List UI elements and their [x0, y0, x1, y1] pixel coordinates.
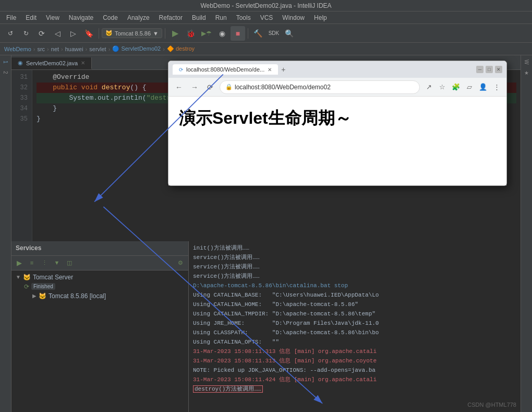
menu-analyze[interactable]: Analyze — [123, 13, 154, 22]
tomcat-server-tree-item[interactable]: ▼ 🐱 Tomcat Server — [11, 273, 188, 282]
browser-active-tab[interactable]: ⟳ localhost:8080/WebDemo/de... ✕ — [173, 64, 278, 75]
window-title: WebDemo - ServletDemo02.java - IntelliJ … — [200, 2, 331, 9]
breadcrumb-project[interactable]: WebDemo — [4, 46, 31, 52]
run-with-coverage-button[interactable]: ▶☂ — [199, 26, 214, 41]
services-diff-button[interactable]: ◫ — [64, 257, 75, 268]
browser-maximize-button[interactable]: □ — [486, 66, 493, 73]
dropdown-icon: ▼ — [153, 30, 159, 37]
breadcrumb-class[interactable]: 🔵 ServletDemo02 — [112, 45, 161, 52]
services-panel: Services ▶ ≡ ⋮ ▼ ◫ ⚙ ▼ — [11, 241, 189, 413]
console-line-destroy: destroy()方法被调用…… — [193, 384, 516, 394]
menu-vcs[interactable]: VCS — [256, 13, 277, 22]
editor-tab-servletdemo02[interactable]: ◉ ServletDemo02.java ✕ — [11, 57, 92, 69]
profile-button[interactable]: ◉ — [215, 26, 229, 41]
toolbar-bookmark[interactable]: 🔖 — [81, 26, 96, 41]
browser-new-tab-button[interactable]: + — [281, 65, 285, 74]
browser-close-button[interactable]: ✕ — [495, 66, 502, 73]
breadcrumb-method[interactable]: 🔶 destroy — [167, 45, 195, 52]
structure-tool-button[interactable]: 2 — [1, 68, 10, 77]
sdk-button[interactable]: SDK — [267, 26, 281, 41]
menu-navigate[interactable]: Navigate — [65, 13, 98, 22]
browser-titlebar: ⟳ localhost:8080/WebDemo/de... ✕ + ─ □ ✕ — [168, 61, 506, 78]
tree-expand-arrow: ▼ — [16, 274, 21, 280]
menu-edit[interactable]: Edit — [21, 13, 41, 22]
favorites-tool-button[interactable]: ★ — [522, 68, 531, 77]
console-line-red-3: 31-Mar-2023 15:08:11.424 信息 [main] org.a… — [193, 375, 516, 384]
menu-window[interactable]: Window — [278, 13, 309, 22]
console-line-3: service()方法被调用…… — [193, 262, 516, 272]
browser-share-button[interactable]: ↗ — [423, 81, 434, 93]
main-layout: 1 2 ◉ ServletDemo02.java ✕ 31 32 33 34 — [0, 55, 532, 412]
breadcrumb-huawei[interactable]: huawei — [65, 46, 83, 52]
title-bar: WebDemo - ServletDemo02.java - IntelliJ … — [0, 0, 532, 11]
browser-extension-button[interactable]: 🧩 — [450, 81, 462, 93]
run-button[interactable]: ▶ — [168, 26, 183, 41]
browser-action-buttons: ↗ ☆ 🧩 ▱ 👤 ⋮ — [423, 81, 502, 93]
tomcat-version-label: Tomcat 8.5.86 — [115, 30, 151, 37]
menu-view[interactable]: View — [42, 13, 64, 22]
console-line-red-2: 31-Mar-2023 15:08:11.313 信息 [main] org.a… — [193, 356, 516, 366]
tomcat-instance-icon: 🐱 — [39, 292, 46, 300]
csdn-watermark: CSDN @HTML778 — [467, 402, 516, 408]
menu-file[interactable]: File — [2, 13, 20, 22]
menu-run[interactable]: Run — [211, 13, 231, 22]
tomcat-instance-tree-item[interactable]: ▶ 🐱 Tomcat 8.5.86 [local] — [11, 291, 188, 301]
console-line-catalina-home: Using CATALINA_HOME: "D:\apache-tomcat-8… — [193, 300, 516, 309]
tomcat-instance-label: Tomcat 8.5.86 [local] — [49, 292, 106, 300]
toolbar: ↺ ↻ ⟳ ◁ ▷ 🔖 🐱 Tomcat 8.5.86 ▼ ▶ 🐞 ▶☂ ◉ ■… — [0, 24, 532, 43]
bottom-area: Services ▶ ≡ ⋮ ▼ ◫ ⚙ ▼ — [11, 241, 521, 413]
search-everywhere-button[interactable]: 🔍 — [282, 26, 297, 41]
toolbar-forward[interactable]: ▷ — [66, 26, 80, 41]
browser-forward-button[interactable]: → — [188, 81, 201, 93]
toolbar-back[interactable]: ◁ — [50, 26, 65, 41]
services-panel-header: Services — [11, 241, 188, 256]
console-line-catalina-stop: D:\apache-tomcat-8.5.86\bin\catalina.bat… — [193, 281, 516, 290]
destroy-highlight: destroy()方法被调用…… — [193, 385, 263, 393]
services-label: Services — [16, 244, 41, 252]
console-line-catalina-opts: Using CATALINA_OPTS: "" — [193, 337, 516, 347]
services-tree: ▼ 🐱 Tomcat Server ⟳ Finished ▶ 🐱 — [11, 270, 188, 413]
run-configuration-selector[interactable]: 🐱 Tomcat 8.5.86 ▼ — [102, 28, 162, 38]
browser-tab-close-button[interactable]: ✕ — [268, 67, 272, 73]
menu-build[interactable]: Build — [188, 13, 210, 22]
browser-cast-button[interactable]: ▱ — [464, 81, 475, 93]
browser-profile-button[interactable]: 👤 — [477, 81, 489, 93]
breadcrumb: WebDemo › src › net › huawei › servlet ›… — [0, 43, 532, 55]
console-line-jre-home: Using JRE_HOME: "D:\Program Files\Java\j… — [193, 319, 516, 328]
browser-url-text: localhost:8080/WebDemo/demo02 — [235, 84, 331, 91]
breadcrumb-servlet[interactable]: servlet — [89, 46, 106, 52]
breadcrumb-net[interactable]: net — [51, 46, 59, 52]
services-settings-button[interactable]: ⚙ — [175, 257, 186, 268]
finished-tree-item[interactable]: ⟳ Finished — [11, 282, 188, 291]
tab-label: ServletDemo02.java — [26, 60, 78, 66]
menu-refactor[interactable]: Refactor — [155, 13, 187, 22]
browser-address-input[interactable]: 🔒 localhost:8080/WebDemo/demo02 — [220, 80, 420, 94]
menu-help[interactable]: Help — [310, 13, 331, 22]
toolbar-undo[interactable]: ↺ — [3, 26, 18, 41]
browser-menu-button[interactable]: ⋮ — [491, 81, 502, 93]
debug-button[interactable]: 🐞 — [184, 26, 198, 41]
line-numbers: 31 32 33 34 35 — [11, 70, 32, 241]
finished-icon: ⟳ — [24, 283, 29, 290]
project-tool-button[interactable]: 1 — [1, 57, 10, 67]
services-tree-button[interactable]: ⋮ — [39, 257, 50, 268]
menu-tools[interactable]: Tools — [232, 13, 255, 22]
toolbar-redo[interactable]: ↻ — [19, 26, 33, 41]
toolbar-sep2 — [165, 28, 165, 39]
browser-refresh-button[interactable]: ⟳ — [204, 81, 216, 93]
stop-button[interactable]: ■ — [231, 26, 245, 41]
web-tool-button[interactable]: W — [522, 57, 531, 67]
menu-code[interactable]: Code — [99, 13, 122, 22]
services-list-button[interactable]: ≡ — [26, 257, 38, 268]
browser-minimize-button[interactable]: ─ — [476, 66, 483, 73]
browser-bookmark-button[interactable]: ☆ — [437, 81, 448, 93]
toolbar-sync[interactable]: ⟳ — [34, 26, 49, 41]
services-filter-button[interactable]: ▼ — [51, 257, 63, 268]
console-line-classpath: Using CLASSPATH: "D:\apache-tomcat-8.5.8… — [193, 328, 516, 337]
breadcrumb-src[interactable]: src — [37, 46, 45, 52]
browser-back-button[interactable]: ← — [173, 81, 185, 93]
build-button[interactable]: 🔨 — [251, 26, 265, 41]
services-run-button[interactable]: ▶ — [14, 257, 25, 268]
browser-page-content: 演示Servlet生命周期～ — [179, 107, 352, 130]
tab-close-button[interactable]: ✕ — [81, 60, 85, 66]
